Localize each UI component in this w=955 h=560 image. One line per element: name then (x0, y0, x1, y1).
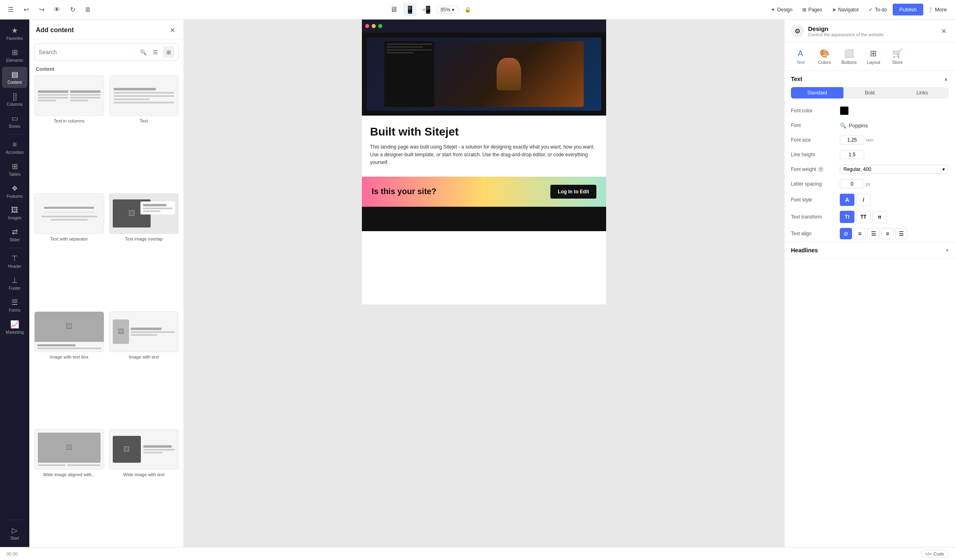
close-panel-button[interactable]: ✕ (167, 25, 177, 35)
view-toggles: ☰ ⊞ (150, 46, 174, 58)
sidebar-item-label: Accordion (6, 150, 24, 155)
design-nav-label: Text (796, 60, 804, 65)
list-item[interactable]: 🖼 Text image overlap (109, 193, 179, 306)
italic-style-button[interactable]: I (856, 194, 871, 206)
content-preview-text (109, 75, 179, 116)
sidebar-item-features[interactable]: ❖ Features (2, 181, 27, 202)
transform-buttons: Tt TT tt (840, 211, 887, 223)
sidebar-item-forms[interactable]: ☰ Forms (2, 295, 27, 316)
list-item[interactable]: Text (109, 75, 179, 188)
refresh-button[interactable]: ↻ (67, 4, 78, 15)
mobile-device-button[interactable]: 📲 (420, 3, 433, 16)
hero-bg (434, 41, 584, 107)
align-left-button[interactable]: ≡ (854, 228, 866, 239)
zoom-level: 85% (440, 7, 450, 13)
pages-nav-button[interactable]: ⊞ Pages (798, 4, 826, 15)
list-view-button[interactable]: ☰ (150, 46, 161, 58)
content-item-label: Wide image with text (123, 472, 164, 477)
sidebar-item-content[interactable]: ▤ Content (2, 67, 27, 88)
cta-button[interactable]: Log In to Edit (550, 185, 596, 199)
sidebar-item-columns[interactable]: ⣿ Columns (2, 89, 27, 110)
tab-links[interactable]: Links (896, 87, 948, 98)
sidebar-item-accordion[interactable]: ≡ Accordion (2, 137, 27, 158)
text-transform-controls: Tt TT tt (840, 211, 948, 223)
hamburger-menu-button[interactable]: ☰ (5, 4, 16, 15)
canvas-footer (362, 207, 606, 231)
more-button[interactable]: ⋮ More (925, 4, 950, 15)
search-input[interactable] (39, 49, 137, 55)
font-selector-control[interactable]: 🔍 Poppins (840, 122, 948, 129)
undo-button[interactable]: ↩ (20, 4, 32, 15)
align-right-button[interactable]: ≡ (881, 228, 894, 239)
text-section-header[interactable]: Text ▲ (784, 71, 955, 87)
tab-standard[interactable]: Standard (791, 87, 843, 98)
list-item[interactable]: 🖼 Wide image aligned with... (34, 429, 104, 542)
preview-button[interactable]: 👁 (51, 4, 63, 15)
sidebar-item-start[interactable]: ▷ Start (2, 523, 27, 544)
letter-spacing-input[interactable] (840, 179, 864, 188)
sidebar-item-elements[interactable]: ⊞ Elements (2, 45, 27, 66)
capitalize-transform-button[interactable]: Tt (840, 211, 854, 223)
design-panel-title: Design (808, 25, 884, 32)
buttons-nav-icon: ⬜ (844, 48, 854, 58)
sidebar-item-slider[interactable]: ⇄ Slider (2, 224, 27, 245)
font-weight-label: Font weight ? (791, 166, 840, 172)
desktop-device-button[interactable]: 🖥 (387, 3, 400, 16)
design-nav-button[interactable]: ✦ Design (767, 4, 796, 15)
design-nav-layout[interactable]: ⊞ Layout (862, 46, 885, 67)
sidebar-item-favorites[interactable]: ★ Favorites (2, 23, 27, 44)
content-preview-text-separator (34, 193, 104, 234)
content-icon: ▤ (11, 70, 18, 79)
right-design-panel: ⚙ Design Control the appearance of the w… (784, 20, 955, 547)
uppercase-transform-button[interactable]: TT (856, 211, 871, 223)
sidebar-item-marketing[interactable]: 📈 Marketing (2, 317, 27, 338)
topbar: ☰ ↩ ↪ 👁 ↻ 🗎 🖥 📱 📲 85% ▾ 🔒 ✦ Design ⊞ Pag… (0, 0, 955, 20)
sidebar-item-label: Favorites (6, 36, 23, 41)
design-nav-colors[interactable]: 🎨 Colors (813, 46, 836, 67)
zoom-dropdown-icon: ▾ (452, 7, 454, 13)
code-button[interactable]: </> Code (921, 550, 948, 558)
font-size-input[interactable] (840, 136, 864, 144)
redo-button[interactable]: ↪ (36, 4, 47, 15)
navigator-nav-button[interactable]: ➤ Navigator (828, 4, 863, 15)
list-item[interactable]: 🖼 Image with text box (34, 311, 104, 424)
headlines-section-header[interactable]: Headlines ▾ (784, 242, 955, 258)
close-design-panel-button[interactable]: ✕ (939, 26, 948, 36)
font-style-buttons: A I (840, 194, 871, 206)
publish-button[interactable]: Publish (893, 4, 923, 15)
line-height-input[interactable] (840, 150, 864, 159)
zoom-control[interactable]: 85% ▾ (436, 6, 459, 14)
save-button[interactable]: 🗎 (82, 4, 94, 15)
status-bar: 00:00 </> Code (0, 547, 955, 560)
list-item[interactable]: Text in columns (34, 75, 104, 188)
bold-style-button[interactable]: A (840, 194, 854, 206)
font-weight-info-icon[interactable]: ? (818, 166, 824, 172)
list-item[interactable]: Text with separator (34, 193, 104, 306)
align-center-button[interactable]: ☰ (867, 228, 880, 239)
text-section-block: Text ▲ Standard Bold Links Font color Fo… (784, 71, 955, 242)
list-item[interactable]: 🖼 Image with text (109, 311, 179, 424)
list-item[interactable]: 🖼 Wide image with text (109, 429, 179, 542)
sidebar-item-images[interactable]: 🖼 Images (2, 203, 27, 223)
design-nav-buttons[interactable]: ⬜ Buttons (837, 46, 861, 67)
content-grid: Text in columns Text (29, 75, 184, 547)
tablet-device-button[interactable]: 📱 (403, 3, 416, 16)
sidebar-item-boxes[interactable]: ▭ Boxes (2, 111, 27, 132)
layout-nav-icon: ⊞ (870, 48, 877, 58)
design-nav-store[interactable]: 🛒 Store (886, 46, 909, 67)
tab-bold[interactable]: Bold (843, 87, 896, 98)
font-weight-dropdown[interactable]: Regular, 400 ▾ (840, 165, 948, 174)
design-nav-text[interactable]: A Text (789, 46, 812, 67)
sidebar-item-footer[interactable]: ⊥ Footer (2, 273, 27, 294)
sidebar-item-tables[interactable]: ⊞ Tables (2, 159, 27, 180)
font-color-swatch[interactable] (840, 106, 849, 115)
todo-nav-button[interactable]: ✓ To-do (865, 4, 891, 15)
design-panel-icon: ⚙ (791, 24, 804, 37)
sidebar-item-label: Start (10, 536, 19, 540)
sidebar-item-header[interactable]: ⊤ Header (2, 251, 27, 272)
grid-view-button[interactable]: ⊞ (163, 46, 174, 58)
font-size-unit: rem (866, 138, 874, 142)
align-justify-button[interactable]: ☰ (895, 228, 907, 239)
lowercase-transform-button[interactable]: tt (872, 211, 887, 223)
align-default-button[interactable]: ⊘ (840, 228, 852, 239)
